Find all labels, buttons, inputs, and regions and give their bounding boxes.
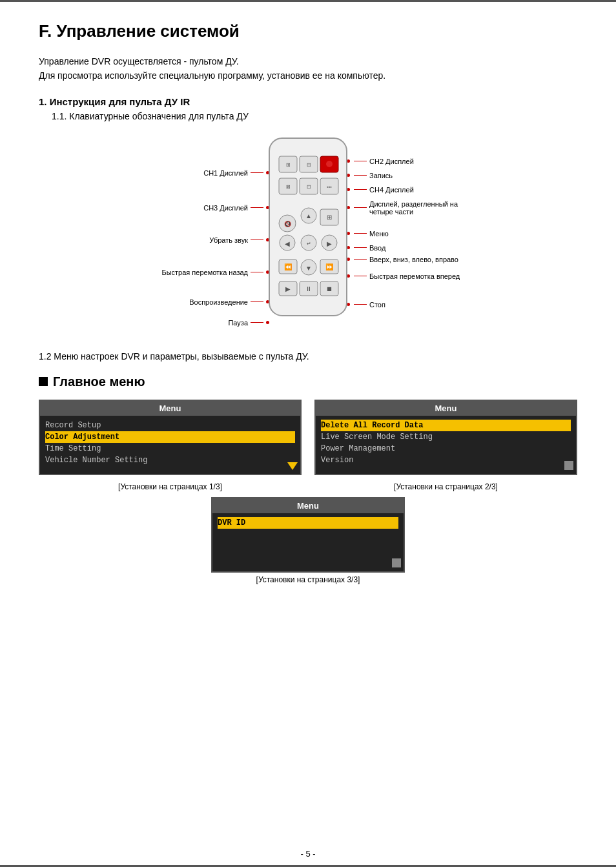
menu-panel-1-body: Record Setup Color Adjustment Time Setti… bbox=[40, 416, 300, 474]
menu-item-vehicle: Vehicle Number Setting bbox=[45, 454, 295, 466]
menu-item-power-mgmt: Power Management bbox=[321, 443, 571, 454]
panel3-caption: [Установки на страницах 3/3] bbox=[39, 575, 577, 584]
menu-panel-3: Menu DVR ID bbox=[211, 497, 405, 573]
main-menu-heading: Главное меню bbox=[39, 374, 577, 389]
menu-panel-3-header: Menu bbox=[212, 498, 404, 513]
svg-text:⊡: ⊡ bbox=[307, 184, 311, 190]
menu-item-version: Version bbox=[321, 454, 571, 466]
svg-text:↵: ↵ bbox=[307, 241, 311, 247]
svg-text:⏸: ⏸ bbox=[305, 285, 312, 292]
menu-panel-1-header: Menu bbox=[40, 401, 300, 416]
svg-text:▼: ▼ bbox=[305, 265, 312, 272]
main-menu-label: Главное меню bbox=[53, 374, 145, 389]
label-nav: Вверх, вниз, влево, вправо bbox=[345, 256, 458, 263]
scroll-box-2 bbox=[564, 461, 573, 470]
svg-text:⏩: ⏩ bbox=[325, 263, 334, 271]
scroll-box-3 bbox=[392, 558, 401, 567]
menu-panels-row1: Menu Record Setup Color Adjustment Time … bbox=[39, 400, 577, 475]
subsection1-1: 1.1. Клавиатурные обозначения для пульта… bbox=[39, 111, 577, 121]
menu-item-empty1 bbox=[218, 529, 398, 540]
subsection1-heading: 1. Инструкция для пульта ДУ IR bbox=[39, 96, 577, 107]
menu-item-delete-all: Delete All Record Data bbox=[321, 420, 571, 431]
menu-panel-center: Menu DVR ID bbox=[39, 497, 577, 573]
menu-panel-3-body: DVR ID bbox=[212, 513, 404, 571]
svg-text:⊞: ⊞ bbox=[286, 162, 291, 168]
intro-line2: Для просмотра используйте специальную пр… bbox=[39, 70, 385, 81]
remote-svg: ⊞ ⊟ ⊠ ⊡ ▪▪▪ bbox=[263, 132, 353, 328]
label-play: Воспроизведение bbox=[189, 298, 271, 306]
section-f-title: F. Управление системой bbox=[39, 21, 577, 41]
section-12: 1.2 Меню настроек DVR и параметры, вызыв… bbox=[39, 351, 577, 362]
label-rewind: Быстрая перемотка назад bbox=[161, 269, 271, 276]
svg-text:⊠: ⊠ bbox=[286, 184, 291, 190]
intro-text: Управление DVR осуществляется - пультом … bbox=[39, 54, 577, 83]
menu-item-dvr-id: DVR ID bbox=[218, 517, 398, 529]
label-ffwd: Быстрая перемотка вперед bbox=[345, 272, 460, 280]
svg-text:▶: ▶ bbox=[285, 285, 291, 292]
label-ch3: CH3 Дисплей bbox=[203, 204, 271, 212]
menu-captions-row1: [Установки на страницах 1/3] [Установки … bbox=[39, 480, 577, 492]
label-mute: Убрать звук bbox=[209, 236, 271, 244]
menu-panel-2: Menu Delete All Record Data Live Screen … bbox=[314, 400, 577, 475]
svg-text:▲: ▲ bbox=[305, 212, 312, 219]
menu-item-record-setup: Record Setup bbox=[45, 420, 295, 431]
svg-text:🔇: 🔇 bbox=[284, 220, 292, 228]
label-quad: Дисплей, раздегленный на четыре части bbox=[345, 200, 458, 216]
intro-line1: Управление DVR осуществляется - пультом … bbox=[39, 56, 239, 66]
black-square-icon bbox=[39, 377, 48, 386]
caption1-text: [Установки на страницах 1/3] bbox=[118, 482, 222, 491]
menu-panel-1: Menu Record Setup Color Adjustment Time … bbox=[39, 400, 302, 475]
content: F. Управление системой Управление DVR ос… bbox=[0, 2, 616, 836]
svg-text:⊟: ⊟ bbox=[307, 162, 311, 168]
page-container: F. Управление системой Управление DVR ос… bbox=[0, 0, 616, 867]
menu-item-color-adj: Color Adjustment bbox=[45, 431, 295, 443]
menu-item-empty2 bbox=[218, 540, 398, 552]
scroll-arrow-down-1 bbox=[287, 462, 298, 470]
menu-panel-2-body: Delete All Record Data Live Screen Mode … bbox=[316, 416, 576, 474]
menu-item-live-screen: Live Screen Mode Setting bbox=[321, 431, 571, 443]
svg-text:◀: ◀ bbox=[285, 240, 290, 247]
remote-diagram: CH1 Дисплей CH3 Дисплей Убрать звук Быст… bbox=[39, 132, 577, 338]
svg-text:▪▪▪: ▪▪▪ bbox=[327, 185, 332, 189]
panel2-caption: [Установки на страницах 2/3] bbox=[314, 480, 577, 492]
label-ch2: CH2 Дисплей bbox=[345, 158, 414, 165]
svg-text:⏹: ⏹ bbox=[326, 285, 333, 292]
menu-panel-2-header: Menu bbox=[316, 401, 576, 416]
svg-point-6 bbox=[326, 161, 333, 167]
svg-text:⏪: ⏪ bbox=[284, 263, 293, 271]
label-ch1: CH1 Дисплей bbox=[203, 169, 271, 177]
caption2-text: [Установки на страницах 2/3] bbox=[394, 482, 498, 491]
svg-text:▶: ▶ bbox=[327, 240, 332, 247]
menu-item-time-setting: Time Setting bbox=[45, 443, 295, 454]
label-ch4: CH4 Дисплей bbox=[345, 186, 414, 194]
page-number: - 5 - bbox=[0, 849, 616, 865]
panel1-caption: [Установки на страницах 1/3] bbox=[39, 480, 302, 492]
svg-text:⊞: ⊞ bbox=[327, 214, 332, 221]
